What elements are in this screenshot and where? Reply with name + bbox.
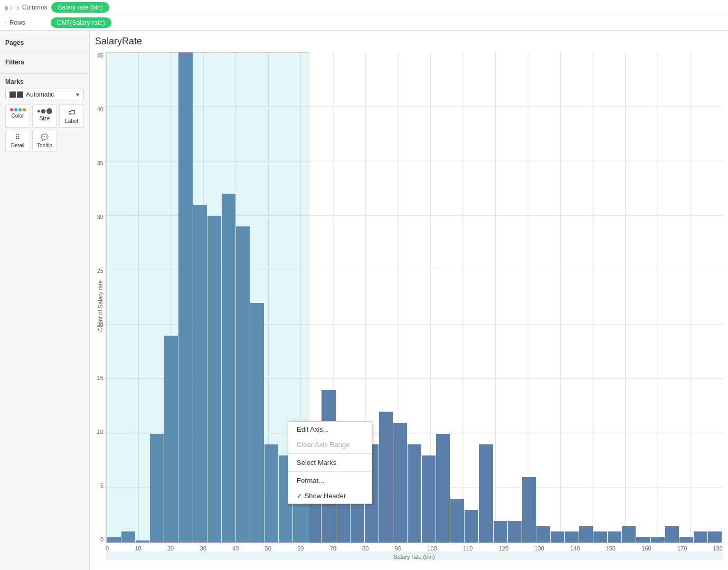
columns-text: Columns <box>22 4 47 11</box>
detail-icon: ⠿ <box>15 134 20 141</box>
y-tick-30: 30 <box>90 214 103 220</box>
y-tick-5: 5 <box>90 482 103 489</box>
bar-25[interactable] <box>465 510 478 543</box>
bar-23[interactable] <box>436 434 450 543</box>
chart-plot[interactable]: 0 5 10 15 20 25 30 35 40 45 <box>106 52 723 543</box>
bar-24[interactable] <box>450 499 464 543</box>
tooltip-label: Tooltip <box>37 142 52 148</box>
chevron-down-icon: ▼ <box>75 92 80 98</box>
bar-6[interactable] <box>193 205 207 543</box>
bar-26[interactable] <box>479 444 493 543</box>
bar-36[interactable] <box>622 526 636 543</box>
label-icon: 🏷 <box>68 108 75 117</box>
size-button[interactable]: Size <box>32 104 57 128</box>
marks-type-dropdown[interactable]: ⬛⬛ Automatic ▼ <box>5 89 84 100</box>
context-menu-select-marks[interactable]: Select Marks <box>288 455 372 470</box>
bar-42[interactable] <box>708 531 722 543</box>
bar-28[interactable] <box>508 521 522 543</box>
rows-label: ≡ Rows <box>4 19 46 26</box>
bar-33[interactable] <box>579 526 593 543</box>
marks-section: Marks ⬛⬛ Automatic ▼ Color <box>0 74 89 156</box>
bar-35[interactable] <box>608 531 621 543</box>
x-tick-90: 90 <box>395 545 401 552</box>
bar-0[interactable] <box>107 537 121 543</box>
bar-22[interactable] <box>422 455 436 543</box>
x-tick-160: 160 <box>641 545 651 552</box>
x-tick-30: 30 <box>200 545 206 552</box>
context-menu-divider-2 <box>288 471 372 472</box>
bar-37[interactable] <box>636 537 650 543</box>
rows-text: Rows <box>10 19 25 26</box>
bar-21[interactable] <box>408 444 421 543</box>
context-menu-divider-1 <box>288 453 372 454</box>
bar-2[interactable] <box>136 540 149 543</box>
bar-20[interactable] <box>393 423 407 543</box>
columns-pill[interactable]: Salary rate (bin) <box>51 2 109 13</box>
bar-11[interactable] <box>264 444 278 543</box>
bar-19[interactable] <box>379 412 393 543</box>
bar-5[interactable] <box>178 52 192 543</box>
marks-type-icon: ⬛⬛ <box>9 91 24 98</box>
columns-shelf: ⫼⫼⫼ Columns Salary rate (bin) <box>0 0 728 15</box>
rows-icon: ≡ <box>4 20 7 26</box>
x-tick-10: 10 <box>135 545 141 552</box>
label-button[interactable]: 🏷 Label <box>59 104 84 128</box>
bar-30[interactable] <box>536 526 550 543</box>
pages-section: Pages <box>0 35 89 54</box>
context-menu-clear-axis-range[interactable]: Clear Axis Range <box>288 437 372 452</box>
rows-pill[interactable]: CNT(Salary rate) <box>51 17 111 28</box>
tooltip-button[interactable]: 💬 Tooltip <box>32 130 57 152</box>
x-tick-170: 170 <box>677 545 687 552</box>
columns-icon: ⫼⫼⫼ <box>4 5 20 11</box>
context-menu-show-header[interactable]: Show Header <box>288 488 372 504</box>
y-tick-10: 10 <box>90 429 103 435</box>
bar-38[interactable] <box>651 537 665 543</box>
bar-31[interactable] <box>551 531 564 543</box>
y-tick-40: 40 <box>90 106 103 112</box>
y-tick-25: 25 <box>90 268 103 274</box>
chart-wrapper: Count of Salary rate <box>95 52 723 560</box>
bar-41[interactable] <box>694 531 707 543</box>
bar-1[interactable] <box>121 531 135 543</box>
x-tick-80: 80 <box>362 545 368 552</box>
x-axis-label: Salary rate (bin) <box>106 552 723 560</box>
bar-7[interactable] <box>207 216 221 543</box>
x-tick-110: 110 <box>463 545 472 552</box>
chart-inner: 0 5 10 15 20 25 30 35 40 45 <box>106 52 723 560</box>
color-button[interactable]: Color <box>5 104 30 128</box>
marks-buttons: Color Size 🏷 Label <box>5 104 84 152</box>
x-tick-50: 50 <box>265 545 271 552</box>
context-menu: Edit Axis... Clear Axis Range Select Mar… <box>288 421 372 504</box>
bar-8[interactable] <box>222 194 235 543</box>
bar-40[interactable] <box>679 537 693 543</box>
filters-title: Filters <box>5 59 84 66</box>
bar-4[interactable] <box>164 336 178 543</box>
bar-34[interactable] <box>593 531 607 543</box>
bar-27[interactable] <box>494 521 507 543</box>
size-icon <box>37 108 52 114</box>
detail-button[interactable]: ⠿ Detail <box>5 130 30 152</box>
bar-3[interactable] <box>150 434 164 543</box>
chart-area: SalaryRate Count of Salary rate <box>90 31 728 570</box>
y-axis-ticks: 0 5 10 15 20 25 30 35 40 45 <box>90 52 103 543</box>
y-tick-45: 45 <box>90 52 103 59</box>
filters-section: Filters <box>0 54 89 74</box>
x-tick-130: 130 <box>534 545 544 552</box>
bar-39[interactable] <box>665 526 679 543</box>
bar-9[interactable] <box>236 226 250 543</box>
x-tick-20: 20 <box>167 545 174 552</box>
context-menu-edit-axis[interactable]: Edit Axis... <box>288 422 372 437</box>
size-label: Size <box>40 116 50 121</box>
bar-32[interactable] <box>565 531 579 543</box>
app-container: ⫼⫼⫼ Columns Salary rate (bin) ≡ Rows CNT… <box>0 0 728 570</box>
bar-10[interactable] <box>250 303 264 543</box>
context-menu-format[interactable]: Format... <box>288 473 372 488</box>
x-tick-60: 60 <box>297 545 304 552</box>
pages-title: Pages <box>5 39 84 46</box>
y-tick-15: 15 <box>90 375 103 381</box>
bar-29[interactable] <box>522 477 536 543</box>
sidebar: Pages Filters Marks ⬛⬛ Automatic ▼ <box>0 31 90 570</box>
bars-container <box>106 52 723 543</box>
x-tick-70: 70 <box>330 545 336 552</box>
detail-label: Detail <box>11 142 25 148</box>
